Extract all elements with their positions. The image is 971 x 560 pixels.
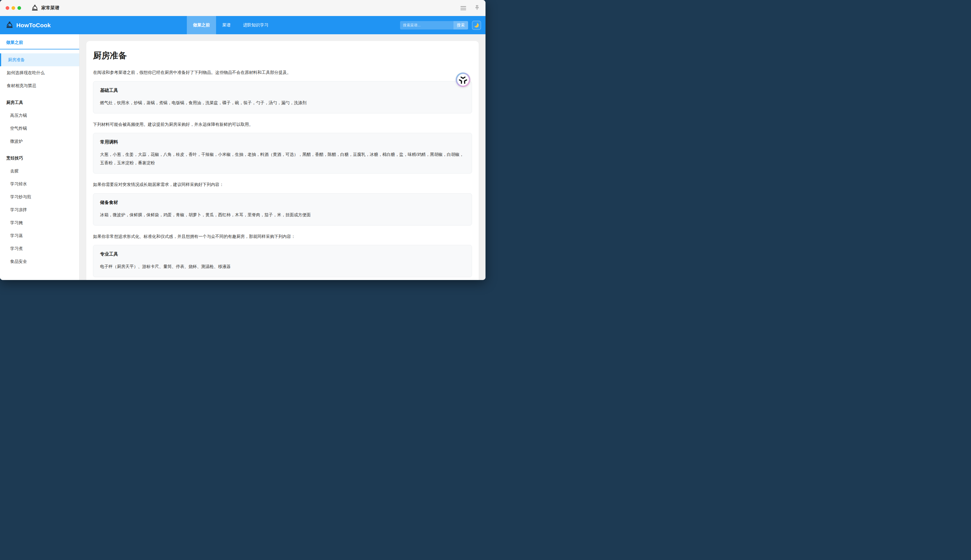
sidebar-item-label: 微波炉 [10,139,23,144]
window-title-group: 家常菜谱 [31,5,59,12]
brand-name: HowToCook [16,22,51,28]
main-area: 厨房准备 在阅读和参考菜谱之前，假想你已经在厨房中准备好了下列物品。这些物品不会… [80,34,486,280]
search-button[interactable]: 搜索 [454,21,468,30]
traffic-lights [6,6,21,10]
sidebar-item-label: 高压力锅 [10,113,27,118]
paragraph: 下列材料可能会被高频使用。建议提前为厨房采购好，并永远保障有新鲜的可以取用。 [93,121,472,128]
sidebar-item-kitchen-prep[interactable]: 厨房准备 [0,53,79,66]
titlebar: 家常菜谱 [0,0,486,16]
window-title: 家常菜谱 [41,5,59,11]
sidebar-item-marinate[interactable]: 学习腌 [0,216,79,229]
maximize-button[interactable] [17,6,21,10]
nav-tab-advanced[interactable]: 进阶知识学习 [237,16,275,34]
sidebar-section-title[interactable]: 做菜之前 [0,34,79,50]
minimize-button[interactable] [12,6,15,10]
sidebar-item-label: 学习煮 [10,246,23,252]
paragraph: 如果你需要应对突发情况或长期居家需求，建议同样采购好下列内容： [93,181,472,188]
sidebar-item-label: 空气炸锅 [10,126,27,131]
sidebar-item-label: 去腥 [10,168,18,174]
info-box-stock-ingredients: 储备食材 冰箱，微波炉，保鲜膜，保鲜袋，鸡蛋，青椒，胡萝卜，黄瓜，西红柿，木耳，… [93,193,472,225]
search-input[interactable] [400,21,454,30]
box-title: 基础工具 [100,88,465,93]
page-title: 厨房准备 [93,50,472,62]
titlebar-actions [460,5,480,11]
hamburger-menu-icon[interactable] [460,6,466,11]
theme-toggle-button[interactable] [472,21,481,30]
box-title: 储备食材 [100,200,465,205]
sidebar-item-what-to-eat[interactable]: 如何选择现在吃什么 [0,66,79,79]
doc-card: 厨房准备 在阅读和参考菜谱之前，假想你已经在厨房中准备好了下列物品。这些物品不会… [86,41,479,280]
brand-cloche-icon [6,21,13,29]
assistant-badge[interactable] [456,72,470,87]
nav-tab-label: 菜谱 [222,22,231,28]
sidebar-item-label: 食材相克与禁忌 [7,83,36,88]
box-text: 燃气灶，饮用水，炒锅，蒸锅，煮锅，电饭锅，食用油，洗菜盆，碟子，碗，筷子，勺子，… [100,98,465,107]
nav-tab-before-cooking[interactable]: 做菜之前 [187,16,216,34]
sidebar-item-label: 学习炒与煎 [10,194,31,200]
info-box-professional-tools: 专业工具 电子秤（厨房天平）、游标卡尺、量筒、停表、烧杯、测温枪、移液器 [93,245,472,277]
paragraph: 在阅读和参考菜谱之前，假想你已经在厨房中准备好了下列物品。这些物品不会在原材料和… [93,69,472,76]
sidebar-item-label: 如何选择现在吃什么 [7,70,45,75]
box-title: 专业工具 [100,252,465,257]
sidebar-item-microwave[interactable]: 微波炉 [0,135,79,148]
sidebar-item-food-safety[interactable]: 食品安全 [0,255,79,268]
cloche-icon [31,5,38,12]
sidebar-item-boiling[interactable]: 学习煮 [0,242,79,255]
sidebar-item-label: 学习凉拌 [10,207,27,213]
sidebar-item-label: 学习焯水 [10,182,27,187]
sidebar-item-blanching[interactable]: 学习焯水 [0,177,79,190]
nav-tab-recipes[interactable]: 菜谱 [216,16,237,34]
sidebar-header-kitchen-tools: 厨房工具 [0,96,79,109]
sidebar-item-label: 厨房准备 [8,57,25,63]
box-text: 电子秤（厨房天平）、游标卡尺、量筒、停表、烧杯、测温枪、移液器 [100,262,465,271]
sidebar-header-cooking-skills: 烹饪技巧 [0,152,79,165]
navbar: HowToCook 做菜之前 菜谱 进阶知识学习 搜索 [0,16,486,34]
sidebar-item-cold-dish[interactable]: 学习凉拌 [0,203,79,216]
sidebar-item-air-fryer[interactable]: 空气炸锅 [0,122,79,135]
navbar-right: 搜索 [400,16,481,34]
sidebar-item-remove-fishy-smell[interactable]: 去腥 [0,165,79,177]
paragraph: 如果你非常想追求形式化、标准化和仪式感，并且想拥有一个与众不同的有趣厨房，那就同… [93,233,472,240]
box-title: 常用调料 [100,139,465,145]
sidebar: 做菜之前 厨房准备 如何选择现在吃什么 食材相克与禁忌 厨房工具 高压力锅 空气… [0,34,80,280]
moon-icon [474,23,479,28]
nav-tab-label: 做菜之前 [193,22,210,28]
sidebar-item-label: 学习蒸 [10,233,23,238]
sidebar-item-label: 学习腌 [10,220,23,225]
info-box-basic-tools: 基础工具 燃气灶，饮用水，炒锅，蒸锅，煮锅，电饭锅，食用油，洗菜盆，碟子，碗，筷… [93,81,472,113]
brand[interactable]: HowToCook [0,16,51,34]
sidebar-item-label: 食品安全 [10,259,27,264]
pin-icon[interactable] [474,5,480,11]
sidebar-list: 厨房准备 如何选择现在吃什么 食材相克与禁忌 厨房工具 高压力锅 空气炸锅 微波… [0,50,79,268]
sidebar-item-food-taboo[interactable]: 食材相克与禁忌 [0,79,79,92]
triskelion-logo-icon [457,74,469,86]
app-window: 家常菜谱 [0,0,486,280]
close-button[interactable] [6,6,9,10]
box-text: 冰箱，微波炉，保鲜膜，保鲜袋，鸡蛋，青椒，胡萝卜，黄瓜，西红柿，木耳，里脊肉，茄… [100,211,465,219]
nav-tab-label: 进阶知识学习 [243,22,268,28]
sidebar-item-stir-fry[interactable]: 学习炒与煎 [0,190,79,203]
sidebar-item-pressure-cooker[interactable]: 高压力锅 [0,109,79,122]
search-group: 搜索 [400,21,468,30]
content-container: 做菜之前 厨房准备 如何选择现在吃什么 食材相克与禁忌 厨房工具 高压力锅 空气… [0,34,486,280]
info-box-common-seasonings: 常用调料 大葱，小葱，生姜，大蒜，花椒，八角，桂皮，香叶，干辣椒，小米椒，生抽，… [93,133,472,173]
nav-tabs: 做菜之前 菜谱 进阶知识学习 [187,16,275,34]
box-text: 大葱，小葱，生姜，大蒜，花椒，八角，桂皮，香叶，干辣椒，小米椒，生抽，老抽，料酒… [100,150,465,167]
sidebar-item-steaming[interactable]: 学习蒸 [0,229,79,242]
